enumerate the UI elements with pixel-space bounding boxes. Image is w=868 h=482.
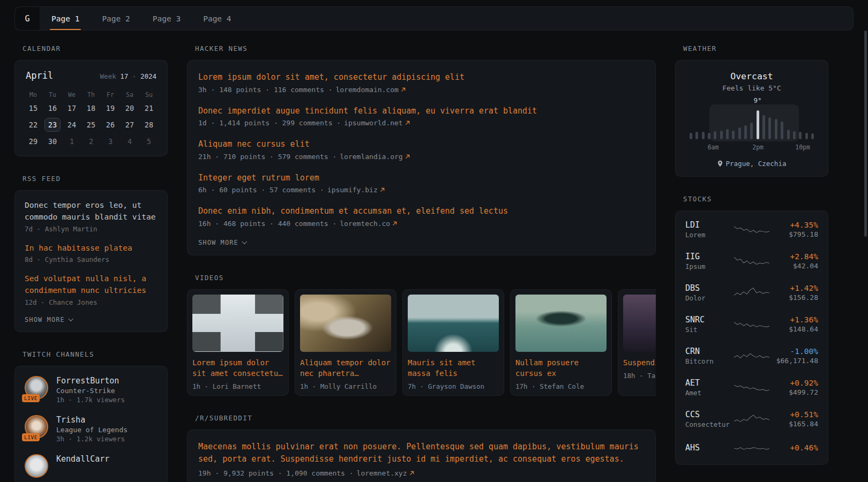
- weather-hour-bar: [787, 130, 790, 139]
- scrollbar[interactable]: [864, 31, 867, 480]
- calendar-separator: ·: [132, 72, 137, 80]
- stock-change: +4.35%: [769, 221, 818, 229]
- stock-row[interactable]: IIG Ipsum +2.84% $42.04: [676, 245, 828, 277]
- weather-hour-bar: [793, 131, 796, 139]
- stock-row[interactable]: SNRC Sit +1.36% $148.64: [676, 308, 828, 340]
- twitch-channel-row[interactable]: KendallCarr: [25, 454, 158, 478]
- stock-row[interactable]: AET Amet +0.92% $499.72: [676, 372, 828, 403]
- hn-item-domain-link[interactable]: loremtech.co: [340, 220, 397, 228]
- stock-info: DBS Dolor: [685, 283, 734, 302]
- tab-page-2[interactable]: Page 2: [91, 7, 141, 30]
- twitch-channel-row[interactable]: LIVE Trisha League of Legends 3h · 1.2k …: [25, 415, 158, 443]
- weather-widget: WEATHER Overcast Feels like 5°C 9° 6am2p…: [675, 44, 828, 177]
- video-card[interactable]: Lorem ipsum dolor sit amet consectetu… 1…: [187, 289, 289, 396]
- hn-item: Aliquam nec cursus elit 21h · 710 points…: [198, 138, 645, 161]
- tab-page-1[interactable]: Page 1: [40, 7, 91, 30]
- subreddit-card: Maecenas mollis pulvinar erat non posuer…: [187, 430, 656, 482]
- calendar-day[interactable]: 19: [102, 101, 118, 115]
- stock-info: CRN Bitcorn: [685, 347, 734, 365]
- subreddit-post-title[interactable]: Maecenas mollis pulvinar erat non posuer…: [198, 441, 645, 466]
- stock-row[interactable]: DBS Dolor +1.42% $156.28: [676, 277, 828, 308]
- stock-row[interactable]: AHS +0.46%: [676, 435, 828, 462]
- subreddit-domain: loremnet.xyz: [357, 469, 407, 477]
- video-title[interactable]: Aliquam tempor dolor nec pharetra…: [300, 357, 391, 379]
- stock-row[interactable]: CRN Bitcorn -1.00% $66,171.48: [676, 340, 828, 372]
- stock-symbol: AHS: [685, 443, 734, 453]
- stock-row[interactable]: LDI Lorem +4.35% $795.18: [676, 214, 828, 245]
- hackernews-section-title: HACKER NEWS: [195, 44, 648, 52]
- calendar-day[interactable]: 26: [102, 118, 118, 132]
- rss-item-title[interactable]: In hac habitasse platea: [25, 243, 158, 254]
- app-logo[interactable]: G: [15, 7, 40, 30]
- location-pin-icon: [717, 160, 723, 167]
- hn-item-title[interactable]: Donec imperdiet augue tincidunt felis al…: [198, 105, 645, 117]
- calendar-day[interactable]: 22: [25, 118, 41, 132]
- hn-item-title[interactable]: Lorem ipsum dolor sit amet, consectetur …: [198, 71, 645, 84]
- calendar-weekday: Tu: [49, 88, 56, 101]
- hn-item-title[interactable]: Aliquam nec cursus elit: [198, 138, 645, 150]
- hn-item-domain-link[interactable]: loremdomain.com: [335, 86, 405, 94]
- tab-page-3[interactable]: Page 3: [141, 7, 192, 30]
- calendar-day-selected[interactable]: 23: [44, 118, 61, 132]
- calendar-day[interactable]: 20: [122, 101, 138, 115]
- calendar-weekday: Su: [145, 88, 153, 101]
- calendar-day[interactable]: 5: [141, 134, 157, 148]
- calendar-day[interactable]: 28: [141, 118, 157, 132]
- external-link-icon: [409, 471, 414, 476]
- rss-show-more-button[interactable]: SHOW MORE: [25, 316, 158, 323]
- video-title[interactable]: Lorem ipsum dolor sit amet consectetu…: [192, 357, 283, 379]
- calendar-day[interactable]: 1: [64, 134, 80, 148]
- hn-item-title[interactable]: Integer eget rutrum lorem: [198, 172, 645, 184]
- twitch-channel-row[interactable]: LIVE ForrestBurton Counter-Strike 1h · 1…: [25, 376, 158, 404]
- hn-item-meta-text: 16h · 468 points · 440 comments ·: [198, 220, 336, 228]
- page-tabs: Page 1 Page 2 Page 3 Page 4: [40, 7, 243, 30]
- twitch-avatar-wrap: LIVE: [25, 415, 48, 439]
- hn-item-domain-link[interactable]: ipsumworld.net: [344, 119, 410, 127]
- stock-row[interactable]: CCS Consectetur +0.51% $165.84: [676, 403, 828, 435]
- subreddit-domain-link[interactable]: loremnet.xyz: [357, 469, 414, 477]
- hn-item: Integer eget rutrum lorem 6h · 60 points…: [198, 172, 645, 194]
- rss-item-title[interactable]: Sed volutpat nulla nisl, a condimentum n…: [25, 273, 158, 297]
- calendar-day[interactable]: 16: [44, 101, 61, 115]
- stock-price: $66,171.48: [769, 357, 818, 365]
- hn-item-domain: loremlandia.org: [340, 153, 402, 161]
- twitch-channel-game: League of Legends: [56, 426, 128, 434]
- calendar-day[interactable]: 3: [102, 134, 118, 148]
- calendar-day[interactable]: 17: [64, 101, 80, 115]
- calendar-week-label: Week: [100, 72, 116, 80]
- scrollbar-thumb[interactable]: [864, 31, 867, 237]
- hn-item-domain-link[interactable]: ipsumify.biz: [327, 186, 385, 194]
- video-card[interactable]: Aliquam tempor dolor nec pharetra… 1h · …: [295, 289, 396, 396]
- stock-info: LDI Lorem: [685, 220, 734, 239]
- video-title[interactable]: Nullam posuere cursus ex: [515, 357, 607, 379]
- hn-item-title[interactable]: Donec enim nibh, condimentum et accumsan…: [198, 205, 645, 217]
- calendar-day[interactable]: 29: [25, 134, 41, 148]
- stock-price: $165.84: [769, 420, 818, 428]
- rss-item-meta: 7d · Ashlyn Martin: [25, 225, 158, 233]
- calendar-day[interactable]: 4: [122, 134, 138, 148]
- calendar-day[interactable]: 21: [141, 101, 157, 115]
- rss-item-title[interactable]: Donec tempor eros leo, ut commodo mauris…: [25, 200, 158, 223]
- calendar-day[interactable]: 24: [64, 118, 80, 132]
- video-card[interactable]: Nullam posuere cursus ex 17h · Stefan Co…: [510, 289, 612, 396]
- hn-show-more-button[interactable]: SHOW MORE: [198, 239, 645, 246]
- video-title[interactable]: Suspendisse diam: [623, 357, 656, 368]
- twitch-channel-meta: 3h · 1.2k viewers: [56, 435, 128, 443]
- tab-page-4[interactable]: Page 4: [192, 7, 242, 30]
- stock-symbol: IIG: [685, 252, 734, 261]
- video-card[interactable]: Suspendisse diam 18h · Tara: [618, 289, 656, 396]
- twitch-channel-game: Counter-Strike: [56, 387, 125, 395]
- weather-peak-temp: 9°: [754, 96, 762, 104]
- stock-values: -1.00% $66,171.48: [769, 347, 818, 365]
- calendar-day[interactable]: 30: [44, 134, 61, 148]
- calendar-day[interactable]: 25: [83, 118, 99, 132]
- calendar-day[interactable]: 18: [83, 101, 99, 115]
- hn-item-domain-link[interactable]: loremlandia.org: [340, 153, 409, 161]
- calendar-day[interactable]: 15: [25, 101, 41, 115]
- video-thumbnail: [300, 295, 391, 352]
- video-card[interactable]: Mauris sit amet massa felis 7h · Grayson…: [402, 289, 504, 396]
- live-badge: LIVE: [22, 433, 40, 441]
- video-title[interactable]: Mauris sit amet massa felis: [408, 357, 499, 379]
- calendar-day[interactable]: 27: [122, 118, 138, 132]
- calendar-day[interactable]: 2: [83, 134, 99, 148]
